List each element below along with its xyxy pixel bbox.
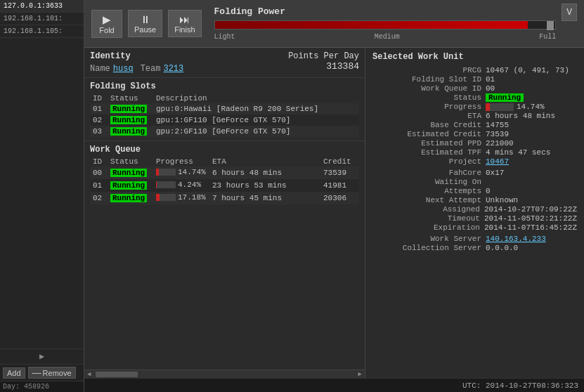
swu-fahcore-row: FahCore 0x17 bbox=[372, 169, 577, 177]
swu-status-row: Status Running bbox=[372, 93, 577, 102]
work-queue-row[interactable]: 02 Running 17.18% 7 hours 45 mins 20306 bbox=[90, 192, 359, 204]
add-button[interactable]: Add bbox=[3, 367, 25, 379]
swu-nextattempt-value: Unknown bbox=[486, 196, 577, 204]
work-queue-table: ID Status Progress ETA Credit 00 Running bbox=[90, 157, 359, 204]
wq-credit: 73539 bbox=[320, 166, 359, 179]
team-value[interactable]: 3213 bbox=[163, 64, 183, 74]
swu-wqid-label: Work Queue ID bbox=[421, 84, 481, 93]
swu-fahcore-label: FahCore bbox=[449, 169, 481, 177]
swu-collserver-label: Collection Server bbox=[403, 244, 481, 252]
swu-waitingon-label: Waiting On bbox=[435, 178, 481, 186]
fold-icon: ▶ bbox=[103, 13, 111, 26]
scroll-right-arrow[interactable]: ▶ bbox=[357, 370, 363, 378]
swu-slotid-row: Folding Slot ID 01 bbox=[372, 75, 577, 84]
team-label: Team bbox=[141, 64, 161, 74]
swu-basecredit-value: 14755 bbox=[486, 121, 577, 129]
pause-button[interactable]: ⏸ Pause bbox=[128, 10, 162, 37]
name-value[interactable]: husq bbox=[113, 64, 134, 74]
toolbar: ▶ Fold ⏸ Pause ⏭ Finish Folding Power bbox=[84, 0, 584, 48]
swu-workserver-label: Work Server bbox=[430, 235, 481, 243]
power-slider-track[interactable] bbox=[214, 20, 557, 30]
swu-assigned-row: Assigned 2014-10-27T07:09:22Z bbox=[372, 205, 577, 214]
swu-workserver-value: 140.163.4.233 bbox=[486, 235, 577, 243]
wq-id: 02 bbox=[90, 192, 108, 204]
swu-expiration-label: Expiration bbox=[434, 223, 480, 232]
swu-expiration-value: 2014-11-07T16:45:22Z bbox=[484, 223, 577, 232]
swu-assigned-value: 2014-10-27T07:09:22Z bbox=[484, 205, 577, 214]
swu-esttpf-row: Estimated TPF 4 mins 47 secs bbox=[372, 148, 577, 157]
swu-slotid-label: Folding Slot ID bbox=[412, 75, 481, 84]
folding-power-title: Folding Power bbox=[214, 6, 557, 17]
fs-desc: gpu:0:Hawaii [Radeon R9 200 Series] bbox=[153, 103, 359, 115]
sidebar-scroll-down[interactable]: ▶ bbox=[0, 348, 84, 364]
swu-estcredit-row: Estimated Credit 73539 bbox=[372, 130, 577, 138]
wq-credit: 20306 bbox=[320, 192, 359, 204]
fold-button[interactable]: ▶ Fold bbox=[91, 10, 122, 38]
folding-slots-section: Folding Slots ID Status Description 01 R… bbox=[84, 78, 365, 141]
sidebar-item-1[interactable]: 192.168.1.101: bbox=[0, 13, 84, 25]
swu-prcg-row: PRCG 10467 (0, 491, 73) bbox=[372, 66, 577, 74]
swu-nextattempt-row: Next Attempt Unknown bbox=[372, 196, 577, 204]
wq-col-status: Status bbox=[108, 157, 153, 166]
col-id: ID bbox=[90, 93, 108, 103]
fs-status: Running bbox=[108, 126, 153, 137]
scrollbar-thumb[interactable] bbox=[96, 372, 138, 377]
wq-credit: 41981 bbox=[320, 179, 359, 192]
folding-slot-row[interactable]: 01 Running gpu:0:Hawaii [Radeon R9 200 S… bbox=[90, 103, 359, 115]
folding-slot-row[interactable]: 02 Running gpu:1:GF110 [GeForce GTX 570] bbox=[90, 115, 359, 126]
swu-estcredit-value: 73539 bbox=[486, 130, 577, 138]
sidebar-item-0[interactable]: 127.0.0.1:3633 bbox=[0, 0, 84, 13]
points-per-day-value: 313384 bbox=[288, 61, 359, 72]
h-scrollbar[interactable]: ◀ ▶ bbox=[84, 370, 365, 378]
wq-status: Running bbox=[108, 166, 153, 179]
swu-waitingon-value bbox=[486, 178, 577, 186]
swu-progress-row: Progress 14.74% bbox=[372, 103, 577, 111]
swu-project-label: Project bbox=[449, 157, 481, 166]
swu-attempts-value: 0 bbox=[486, 187, 577, 195]
v-button[interactable]: V bbox=[562, 4, 577, 21]
wq-status: Running bbox=[108, 179, 153, 192]
swu-nextattempt-label: Next Attempt bbox=[426, 196, 481, 204]
wq-eta: 6 hours 48 mins bbox=[209, 166, 320, 179]
swu-wqid-value: 00 bbox=[486, 84, 577, 93]
wq-id: 00 bbox=[90, 166, 108, 179]
selected-work-unit-panel: Selected Work Unit PRCG 10467 (0, 491, 7… bbox=[365, 48, 584, 378]
left-sidebar: 127.0.0.1:3633 192.168.1.101: 192.168.1.… bbox=[0, 0, 84, 392]
finish-button[interactable]: ⏭ Finish bbox=[168, 10, 201, 37]
folding-slot-row[interactable]: 03 Running gpu:2:GF110 [GeForce GTX 570] bbox=[90, 126, 359, 137]
work-queue-row[interactable]: 00 Running 14.74% 6 hours 48 mins 73539 bbox=[90, 166, 359, 179]
fs-id: 03 bbox=[90, 126, 108, 137]
fs-status: Running bbox=[108, 103, 153, 115]
status-bar: UTC: 2014-10-27T08:36:323 bbox=[84, 378, 584, 392]
content-area: Identity Name husq Team 3213 Points Per … bbox=[84, 48, 584, 378]
swu-project-row: Project 10467 bbox=[372, 157, 577, 166]
pause-icon: ⏸ bbox=[140, 13, 150, 25]
work-queue-section: Work Queue ID Status Progress ETA Credit bbox=[84, 141, 365, 370]
scroll-left-arrow[interactable]: ◀ bbox=[86, 370, 92, 378]
fs-desc: gpu:2:GF110 [GeForce GTX 570] bbox=[153, 126, 359, 137]
wq-col-credit: Credit bbox=[320, 157, 359, 166]
wq-progress: 4.24% bbox=[153, 179, 209, 192]
remove-button[interactable]: — Remove bbox=[28, 367, 76, 379]
swu-timeout-value: 2014-11-05T02:21:22Z bbox=[484, 214, 577, 223]
work-queue-row[interactable]: 01 Running 4.24% 23 hours 53 mins 41981 bbox=[90, 179, 359, 192]
name-label: Name bbox=[90, 64, 110, 74]
wq-eta: 23 hours 53 mins bbox=[209, 179, 320, 192]
main-area: ▶ Fold ⏸ Pause ⏭ Finish Folding Power bbox=[84, 0, 584, 392]
swu-project-link[interactable]: 10467 bbox=[486, 157, 509, 166]
fs-desc: gpu:1:GF110 [GeForce GTX 570] bbox=[153, 115, 359, 126]
sidebar-item-2[interactable]: 192.168.1.105: bbox=[0, 25, 84, 38]
swu-estppd-label: Estimated PPD bbox=[421, 139, 481, 148]
identity-section: Identity Name husq Team 3213 Points Per … bbox=[84, 48, 365, 78]
swu-workserver-link[interactable]: 140.163.4.233 bbox=[486, 235, 546, 243]
swu-expiration-row: Expiration 2014-11-07T16:45:22Z bbox=[372, 223, 577, 232]
folding-slots-title: Folding Slots bbox=[90, 81, 359, 91]
swu-basecredit-label: Base Credit bbox=[430, 121, 481, 129]
finish-icon: ⏭ bbox=[179, 13, 190, 25]
wq-id: 01 bbox=[90, 179, 108, 192]
swu-progress-text: 14.74% bbox=[517, 103, 545, 111]
fs-id: 02 bbox=[90, 115, 108, 126]
swu-attempts-label: Attempts bbox=[444, 187, 481, 195]
swu-waitingon-row: Waiting On bbox=[372, 178, 577, 186]
wq-col-eta: ETA bbox=[209, 157, 320, 166]
